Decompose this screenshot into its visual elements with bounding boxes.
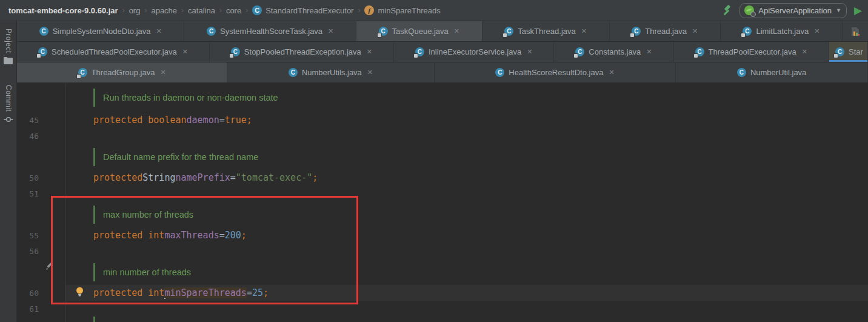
close-icon[interactable]: ✕ [609, 69, 614, 76]
editor-tab[interactable]: CStar [829, 42, 868, 62]
editor-tab[interactable]: CStopPooledThreadException.java✕ [210, 42, 394, 62]
sidebar-item-project[interactable]: Project [4, 26, 13, 67]
code-token: namePrefix [175, 172, 230, 183]
breadcrumb-bar: tomcat-embed-core-9.0.60.jar›org›apache›… [0, 0, 868, 21]
breadcrumb-label: apache [151, 6, 177, 15]
rendered-doc-comment: min number of threads [103, 267, 191, 277]
editor-tab[interactable]: CTaskQueue.java✕ [356, 21, 482, 41]
close-icon[interactable]: ✕ [328, 27, 333, 35]
editor-gutter: 60 [17, 285, 65, 301]
close-icon[interactable]: ✕ [527, 48, 532, 56]
class-locked-icon: C [632, 27, 641, 36]
close-icon[interactable]: ✕ [156, 27, 162, 35]
project-tool-label: Project [4, 29, 13, 53]
build-hammer-icon[interactable] [720, 4, 732, 16]
tab-label: ThreadGroup.java [92, 68, 155, 77]
code-text[interactable]: protected boolean daemon = true; [65, 112, 868, 128]
run-button[interactable]: ▶ [854, 5, 862, 16]
ide-window: tomcat-embed-core-9.0.60.jar›org›apache›… [0, 0, 868, 322]
breadcrumb-separator: › [181, 6, 184, 15]
editor-rows: Run threads in daemon or non-daemon stat… [17, 83, 868, 322]
close-icon[interactable]: ✕ [802, 48, 807, 56]
code-token: protected int [93, 230, 164, 241]
breadcrumb-item[interactable]: catalina [188, 6, 215, 15]
breadcrumb-item[interactable]: core [226, 6, 241, 15]
tab-label: NumberUtil.java [750, 68, 806, 77]
breadcrumb-label: minSpareThreads [378, 6, 440, 15]
class-icon: C [289, 68, 298, 77]
doc-comment-row: Run threads in daemon or non-daemon stat… [17, 83, 868, 112]
editor-gutter: 50 [17, 170, 65, 186]
close-icon[interactable]: ✕ [646, 48, 652, 56]
editor-tab[interactable]: CLimitLatch.java✕ [721, 21, 843, 41]
editor-gutter: 55 [17, 227, 65, 243]
breadcrumb-item[interactable]: tomcat-embed-core-9.0.60.jar [8, 6, 118, 15]
breadcrumb-item[interactable]: org [129, 6, 141, 15]
code-token: ; [241, 230, 247, 241]
editor-tab[interactable]: CThreadGroup.java✕ [17, 62, 227, 82]
rendered-doc-comment: Default name prefix for the thread name [103, 152, 258, 162]
intention-bulb-icon[interactable] [75, 287, 84, 300]
code-editor[interactable]: Run threads in daemon or non-daemon stat… [17, 83, 868, 322]
class-locked-icon: C [38, 47, 47, 56]
close-icon[interactable]: ✕ [160, 69, 165, 76]
code-area: min number of threads [65, 259, 868, 285]
editor-gutter [17, 144, 65, 170]
editor-stats-widget-icon[interactable] [843, 21, 868, 41]
run-configuration-select[interactable]: ApiServerApplication ▼ [739, 3, 847, 18]
class-locked-icon: C [379, 27, 388, 36]
close-icon[interactable]: ✕ [454, 27, 459, 35]
blank-line: 56 [17, 243, 868, 259]
comment-indent-bar [93, 206, 95, 224]
editor-tab[interactable]: CTaskThread.java✕ [482, 21, 610, 41]
comment-indent-bar [93, 148, 95, 166]
code-token: = [230, 172, 236, 183]
code-text[interactable]: protected int minSpareThreads = 25; [65, 285, 868, 301]
tab-row-2-container: CScheduledThreadPoolExecutor.java✕CStopP… [17, 42, 868, 62]
editor-tab[interactable]: CThread.java✕ [610, 21, 721, 41]
close-icon[interactable]: ✕ [182, 48, 188, 56]
chevron-down-icon: ▼ [836, 7, 841, 13]
class-icon: C [207, 27, 216, 36]
editor-tab[interactable]: CInlineExecutorService.java✕ [394, 42, 554, 62]
editor-tab[interactable]: CNumberUtil.java [676, 62, 868, 82]
close-icon[interactable]: ✕ [367, 69, 373, 76]
class-icon: C [737, 68, 746, 77]
code-area: Run threads in daemon or non-daemon stat… [65, 83, 868, 112]
editor-tab[interactable]: CHealthScoreResultDto.java✕ [435, 62, 676, 82]
code-area [65, 186, 868, 201]
editor-gutter [17, 259, 65, 285]
editor-tab[interactable]: CSimpleSystemNodeDto.java✕ [17, 21, 184, 41]
rendered-doc-comment: max number of threads [103, 210, 193, 220]
class-locked-icon: C [231, 47, 240, 56]
line-number: 56 [17, 247, 39, 256]
editor-tab[interactable]: CThreadPoolExecutor.java✕ [674, 42, 829, 62]
breadcrumb-item[interactable]: CStandardThreadExecutor [252, 5, 353, 15]
edit-pencil-icon [45, 261, 54, 273]
breadcrumb-item[interactable]: apache [151, 6, 177, 15]
code-text[interactable]: protected int maxThreads = 200; [65, 227, 868, 243]
close-icon[interactable]: ✕ [814, 27, 820, 35]
code-line: 55protected int maxThreads = 200; [17, 227, 868, 243]
breadcrumb-separator: › [358, 6, 360, 15]
editor-gutter: 56 [17, 243, 65, 259]
code-text[interactable]: protected String namePrefix = "tomcat-ex… [65, 170, 868, 186]
breadcrumb: tomcat-embed-core-9.0.60.jar›org›apache›… [8, 5, 720, 15]
tab-label: ScheduledThreadPoolExecutor.java [52, 47, 177, 56]
tab-row-3: CThreadGroup.java✕CNumberUtils.java✕CHea… [17, 62, 868, 82]
comment-indent-bar [93, 89, 95, 107]
editor-tab[interactable]: CSystemHealthScoreTask.java✕ [184, 21, 356, 41]
close-icon[interactable]: ✕ [581, 27, 587, 35]
run-configuration-name: ApiServerApplication [758, 6, 832, 15]
tab-row-1: CSimpleSystemNodeDto.java✕CSystemHealthS… [17, 21, 843, 41]
editor-tab[interactable]: CNumberUtils.java✕ [227, 62, 434, 82]
line-number: 61 [17, 304, 39, 314]
close-icon[interactable]: ✕ [367, 48, 372, 56]
tab-row-1-container: CSimpleSystemNodeDto.java✕CSystemHealthS… [17, 21, 868, 42]
line-number: 60 [17, 289, 39, 298]
editor-tab[interactable]: CScheduledThreadPoolExecutor.java✕ [17, 42, 210, 62]
sidebar-item-commit[interactable]: Commit [4, 82, 13, 127]
close-icon[interactable]: ✕ [692, 27, 698, 35]
breadcrumb-item[interactable]: fminSpareThreads [364, 5, 440, 15]
editor-tab[interactable]: CConstants.java✕ [554, 42, 673, 62]
